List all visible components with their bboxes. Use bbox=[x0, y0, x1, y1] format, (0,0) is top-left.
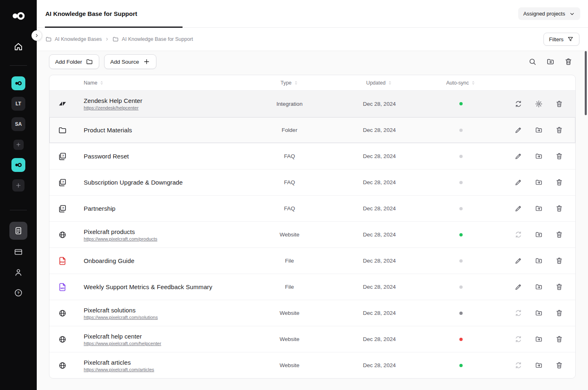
source-name: Partnership bbox=[84, 205, 241, 212]
search-button[interactable] bbox=[525, 54, 540, 69]
table-row[interactable]: Pixelcraft help center https://www.pixel… bbox=[49, 326, 575, 352]
page-title-tab[interactable]: AI Knowledge Base for Support bbox=[45, 0, 138, 28]
sidebar-expand-button[interactable] bbox=[31, 30, 42, 41]
table-row[interactable]: Product Materials Folder Dec 28, 2024 bbox=[49, 117, 575, 143]
column-header-type[interactable]: Type bbox=[241, 80, 339, 86]
add-workspace-button-small[interactable] bbox=[13, 140, 24, 150]
add-source-button[interactable]: Add Source bbox=[104, 54, 156, 69]
sync-button[interactable] bbox=[512, 308, 524, 319]
workspace-tile-lt[interactable]: LT bbox=[11, 97, 25, 111]
delete-button[interactable] bbox=[553, 177, 565, 188]
settings-button[interactable] bbox=[533, 98, 544, 109]
sort-icon bbox=[388, 80, 392, 85]
vertical-scrollbar[interactable] bbox=[585, 51, 587, 115]
globe-icon bbox=[58, 361, 67, 370]
sync-icon bbox=[514, 231, 522, 238]
add-folder-button[interactable]: Add Folder bbox=[49, 54, 99, 69]
sidebar-item-billing[interactable] bbox=[10, 244, 27, 260]
table-row[interactable]: Pixelcraft articles https://www.pixelcra… bbox=[49, 352, 575, 378]
delete-button[interactable] bbox=[553, 125, 565, 136]
move-to-folder-button[interactable] bbox=[533, 203, 544, 214]
folder-move-icon bbox=[535, 361, 543, 369]
table-row[interactable]: Password Reset FAQ Dec 28, 2024 bbox=[49, 143, 575, 169]
breadcrumb-item-current[interactable]: AI Knowledge Base for Support bbox=[122, 36, 193, 42]
workspace-tile-sa[interactable]: SA bbox=[11, 117, 25, 131]
delete-button[interactable] bbox=[553, 203, 565, 214]
column-label: Name bbox=[84, 80, 97, 86]
move-to-folder-button[interactable] bbox=[533, 229, 544, 241]
delete-button[interactable] bbox=[561, 54, 576, 69]
column-header-autosync[interactable]: Auto-sync bbox=[420, 80, 502, 86]
delete-button[interactable] bbox=[553, 360, 565, 371]
delete-button[interactable] bbox=[553, 308, 565, 319]
row-icon-cell bbox=[49, 99, 76, 108]
move-to-folder-button[interactable] bbox=[533, 125, 544, 136]
sync-button[interactable] bbox=[512, 360, 524, 371]
table-row[interactable]: Pixelcraft products https://www.pixelcra… bbox=[49, 221, 575, 247]
row-name-cell: Weekly Support Metrics & Feedback Summar… bbox=[76, 283, 241, 290]
column-header-name[interactable]: Name bbox=[76, 80, 241, 86]
source-url[interactable]: https://www.pixelcraft.com/articles bbox=[84, 367, 154, 372]
move-to-folder-button[interactable] bbox=[533, 334, 544, 345]
delete-button[interactable] bbox=[553, 151, 565, 162]
move-to-folder-button[interactable] bbox=[543, 54, 558, 69]
move-to-folder-button[interactable] bbox=[533, 151, 544, 162]
table-row[interactable]: Onboarding Guide File Dec 28, 2024 bbox=[49, 247, 575, 274]
edit-button[interactable] bbox=[512, 281, 524, 293]
edit-button[interactable] bbox=[512, 125, 524, 136]
top-bar: AI Knowledge Base for Support Assigned p… bbox=[37, 0, 588, 28]
edit-button[interactable] bbox=[512, 151, 524, 162]
autosync-cell bbox=[420, 233, 502, 236]
table-row[interactable]: Zendesk Help Center https://zendesk/help… bbox=[49, 91, 575, 117]
source-url[interactable]: https://www.pixelcraft.com/helpcenter bbox=[84, 341, 161, 346]
add-workspace-button[interactable] bbox=[12, 179, 24, 192]
move-to-folder-button[interactable] bbox=[533, 360, 544, 371]
sync-button[interactable] bbox=[512, 229, 524, 241]
edit-button[interactable] bbox=[512, 255, 524, 267]
edit-button[interactable] bbox=[512, 177, 524, 188]
breadcrumb-item-root[interactable]: AI Knowledge Bases bbox=[55, 36, 102, 42]
source-type: File bbox=[241, 284, 339, 290]
sidebar-item-profile[interactable] bbox=[10, 264, 27, 281]
source-name: Onboarding Guide bbox=[84, 257, 241, 264]
help-button[interactable] bbox=[10, 285, 27, 301]
move-to-folder-button[interactable] bbox=[533, 255, 544, 267]
home-button[interactable] bbox=[10, 38, 27, 55]
sync-button[interactable] bbox=[512, 334, 524, 345]
delete-button[interactable] bbox=[553, 255, 565, 267]
workspace-tile-brand-2[interactable] bbox=[11, 158, 25, 172]
table-row[interactable]: Weekly Support Metrics & Feedback Summar… bbox=[49, 274, 575, 300]
delete-button[interactable] bbox=[553, 229, 565, 241]
source-url[interactable]: https://zendesk/helpcenter bbox=[84, 105, 138, 110]
sync-button[interactable] bbox=[512, 98, 524, 109]
folder-icon bbox=[58, 126, 67, 135]
edit-button[interactable] bbox=[512, 203, 524, 214]
search-icon bbox=[528, 58, 537, 66]
delete-button[interactable] bbox=[553, 334, 565, 345]
source-updated: Dec 28, 2024 bbox=[339, 362, 420, 368]
assigned-projects-dropdown[interactable]: Assigned projects bbox=[518, 7, 580, 20]
workspace-list: LT SA bbox=[11, 76, 25, 192]
column-header-updated[interactable]: Updated bbox=[339, 80, 420, 86]
source-updated: Dec 28, 2024 bbox=[339, 205, 420, 212]
move-to-folder-button[interactable] bbox=[533, 177, 544, 188]
pencil-icon bbox=[514, 257, 522, 265]
table-row[interactable]: Subscription Upgrade & Downgrade FAQ Dec… bbox=[49, 169, 575, 195]
filters-button[interactable]: Filters bbox=[543, 33, 579, 46]
sidebar-item-knowledge-bases[interactable] bbox=[9, 222, 27, 240]
delete-button[interactable] bbox=[553, 98, 565, 109]
source-type: FAQ bbox=[241, 153, 339, 159]
sync-icon bbox=[514, 100, 522, 108]
column-label: Auto-sync bbox=[446, 80, 469, 86]
plus-icon bbox=[143, 58, 150, 65]
source-url[interactable]: https://www.pixelcraft.com/solutions bbox=[84, 315, 158, 320]
delete-button[interactable] bbox=[553, 281, 565, 293]
move-to-folder-button[interactable] bbox=[533, 308, 544, 319]
move-to-folder-button[interactable] bbox=[533, 281, 544, 293]
source-url[interactable]: https://www.pixelcraft.com/products bbox=[84, 236, 157, 241]
folder-move-icon bbox=[535, 126, 543, 134]
workspace-tile-brand-1[interactable] bbox=[11, 76, 25, 90]
table-row[interactable]: Pixelcraft solutions https://www.pixelcr… bbox=[49, 300, 575, 326]
filter-funnel-icon bbox=[567, 36, 574, 42]
table-row[interactable]: Partnership FAQ Dec 28, 2024 bbox=[49, 195, 575, 221]
